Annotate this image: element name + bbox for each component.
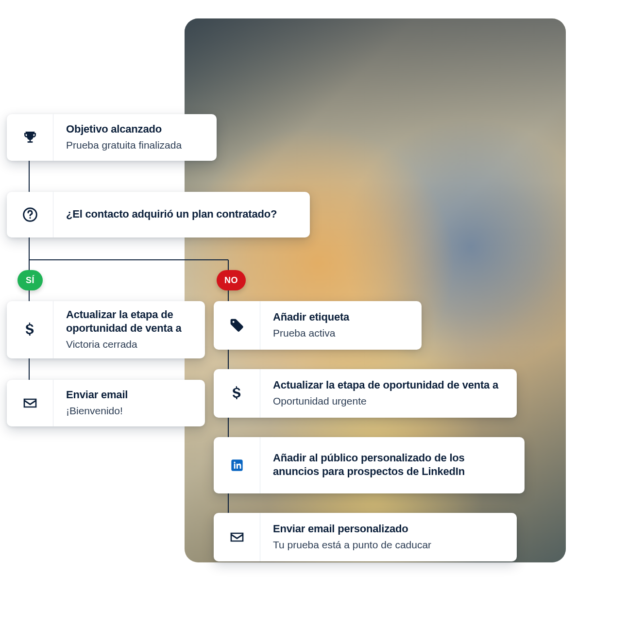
card-yes-update-stage[interactable]: Actualizar la etapa de oportunidad de ve… bbox=[7, 301, 205, 358]
card-title: ¿El contacto adquirió un plan contratado… bbox=[66, 207, 297, 221]
card-title: Actualizar la etapa de oportunidad de ve… bbox=[273, 378, 504, 392]
card-title: Enviar email personalizado bbox=[273, 522, 504, 536]
card-title: Enviar email bbox=[66, 388, 192, 402]
card-yes-send-email[interactable]: Enviar email ¡Bienvenido! bbox=[7, 380, 205, 426]
tag-icon bbox=[214, 301, 260, 350]
card-no-send-email[interactable]: Enviar email personalizado Tu prueba est… bbox=[214, 513, 517, 561]
trophy-icon bbox=[7, 114, 53, 161]
card-sub: Oportunidad urgente bbox=[273, 395, 504, 407]
card-sub: Prueba gratuita finalizada bbox=[66, 139, 204, 152]
card-sub: ¡Bienvenido! bbox=[66, 405, 192, 417]
dollar-icon bbox=[7, 301, 53, 358]
card-title: Actualizar la etapa de oportunidad de ve… bbox=[66, 308, 192, 335]
card-title: Añadir al público personalizado de los a… bbox=[273, 451, 512, 478]
question-icon bbox=[7, 192, 53, 237]
card-title: Añadir etiqueta bbox=[273, 310, 409, 324]
card-sub: Prueba activa bbox=[273, 327, 409, 339]
card-decision[interactable]: ¿El contacto adquirió un plan contratado… bbox=[7, 192, 310, 237]
branch-label-no: NO bbox=[217, 270, 246, 290]
dollar-icon bbox=[214, 369, 260, 418]
card-sub: Victoria cerrada bbox=[66, 338, 192, 351]
card-no-linkedin-audience[interactable]: Añadir al público personalizado de los a… bbox=[214, 437, 525, 493]
svg-point-1 bbox=[29, 217, 31, 219]
envelope-icon bbox=[7, 380, 53, 426]
card-title: Objetivo alcanzado bbox=[66, 122, 204, 136]
envelope-icon bbox=[214, 513, 260, 561]
card-no-add-tag[interactable]: Añadir etiqueta Prueba activa bbox=[214, 301, 422, 350]
card-no-update-stage[interactable]: Actualizar la etapa de oportunidad de ve… bbox=[214, 369, 517, 418]
linkedin-icon bbox=[214, 437, 260, 493]
card-trigger[interactable]: Objetivo alcanzado Prueba gratuita final… bbox=[7, 114, 217, 161]
branch-label-yes: SÍ bbox=[17, 270, 43, 290]
card-sub: Tu prueba está a punto de caducar bbox=[273, 539, 504, 551]
